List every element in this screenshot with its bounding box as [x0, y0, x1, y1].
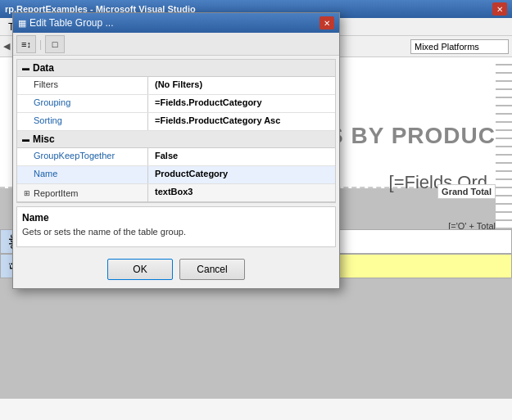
- ok-button[interactable]: OK: [107, 259, 173, 280]
- dialog-categorize-button[interactable]: □: [45, 35, 65, 53]
- dialog-titlebar: ▦ Edit Table Group ... ✕: [13, 13, 339, 33]
- groupkeeptogether-name: GroupKeepTogether: [17, 148, 148, 165]
- name-prop-name: Name: [17, 166, 148, 183]
- groupkeeptogether-row: GroupKeepTogether False: [17, 148, 335, 166]
- grouping-value[interactable]: =Fields.ProductCategory: [148, 95, 335, 112]
- grouping-name: Grouping: [17, 95, 148, 112]
- reportitem-section-row: ⊞ ReportItem textBox3: [17, 184, 335, 202]
- grouping-row: Grouping =Fields.ProductCategory: [17, 95, 335, 113]
- dialog-title: Edit Table Group ...: [29, 17, 319, 29]
- categorize-icon: □: [52, 39, 58, 49]
- dialog-title-icon: ▦: [18, 18, 26, 29]
- cancel-button[interactable]: Cancel: [179, 259, 245, 280]
- dialog-toolbar: ≡↕ | □: [13, 33, 339, 56]
- data-section-header[interactable]: ▬ Data: [17, 60, 335, 77]
- misc-expand-icon: ▬: [22, 135, 29, 143]
- reportitem-section-title: ReportItem: [34, 188, 78, 198]
- dialog-buttons: OK Cancel: [13, 251, 339, 288]
- misc-section-title: Misc: [33, 133, 55, 145]
- filters-value[interactable]: (No Filters): [148, 77, 335, 94]
- properties-grid: ▬ Data Filters (No Filters) Grouping =Fi…: [16, 59, 336, 203]
- reportitem-value: textBox3: [148, 184, 335, 201]
- name-row: Name ProductCategory: [17, 166, 335, 184]
- description-area: Name Gets or sets the name of the table …: [16, 206, 336, 247]
- data-expand-icon: ▬: [22, 64, 29, 72]
- toolbar-divider: |: [39, 38, 42, 50]
- data-section-title: Data: [33, 62, 54, 74]
- description-text: Gets or sets the name of the table group…: [22, 227, 330, 237]
- dialog-overlay: ▦ Edit Table Group ... ✕ ≡↕ | □ ▬ Data F…: [0, 0, 512, 420]
- misc-section-header[interactable]: ▬ Misc: [17, 131, 335, 148]
- reportitem-section-name[interactable]: ⊞ ReportItem: [17, 184, 148, 201]
- edit-table-group-dialog: ▦ Edit Table Group ... ✕ ≡↕ | □ ▬ Data F…: [12, 12, 340, 289]
- reportitem-expand-icon[interactable]: ⊞: [24, 189, 30, 197]
- description-title: Name: [22, 212, 330, 224]
- sort-icon: ≡↕: [21, 39, 31, 49]
- dialog-sort-button[interactable]: ≡↕: [16, 35, 36, 53]
- sorting-value[interactable]: =Fields.ProductCategory Asc: [148, 113, 335, 130]
- sorting-row: Sorting =Fields.ProductCategory Asc: [17, 113, 335, 131]
- groupkeeptogether-value[interactable]: False: [148, 148, 335, 165]
- sorting-name: Sorting: [17, 113, 148, 130]
- filters-row: Filters (No Filters): [17, 77, 335, 95]
- name-prop-value[interactable]: ProductCategory: [148, 166, 335, 183]
- filters-name: Filters: [17, 77, 148, 94]
- dialog-close-button[interactable]: ✕: [319, 16, 334, 29]
